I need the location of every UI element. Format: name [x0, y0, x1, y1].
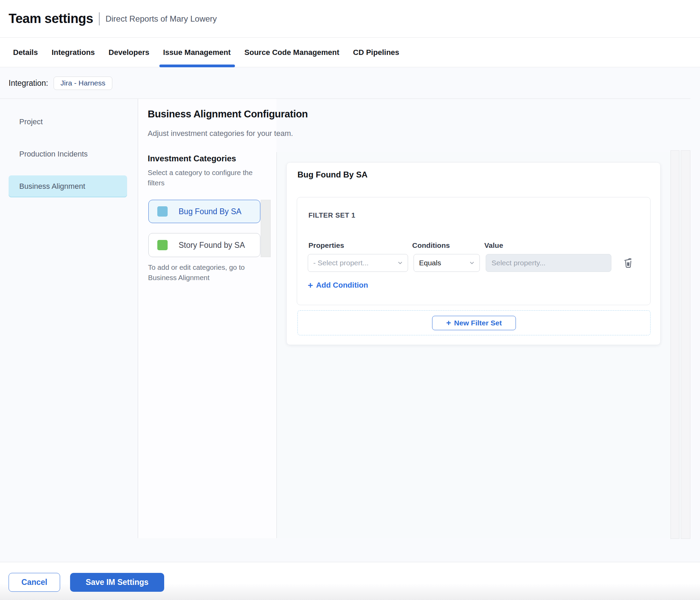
category-story-found-by-sa[interactable]: Story Found by SA — [148, 233, 260, 257]
column-header-properties: Properties — [308, 241, 344, 250]
tab-issue-management[interactable]: Issue Management — [163, 38, 231, 67]
content-area: Project Production Incidents Business Al… — [0, 99, 700, 562]
filter-set-box: FILTER SET 1 Properties Conditions Value… — [297, 197, 651, 305]
categories-divider — [276, 152, 277, 538]
value-input[interactable] — [486, 254, 611, 272]
section-subtitle: Adjust investment categories for your te… — [148, 129, 293, 138]
settings-tab-bar: Details Integrations Developers Issue Ma… — [0, 38, 700, 67]
chevron-down-icon — [397, 260, 403, 266]
title-separator — [99, 12, 100, 25]
conditions-select[interactable]: Equals — [414, 254, 480, 272]
integration-badge[interactable]: Jira - Harness — [54, 77, 112, 90]
integration-label: Integration: — [9, 79, 48, 88]
section-title: Business Alignment Configuration — [148, 108, 308, 120]
trash-icon — [622, 257, 634, 268]
chevron-down-icon — [469, 260, 475, 266]
save-im-settings-button[interactable]: Save IM Settings — [70, 573, 164, 592]
properties-select[interactable]: - Select propert... — [308, 254, 408, 272]
sidebar-item-project[interactable]: Project — [9, 111, 127, 133]
title-bar: Team settings Direct Reports of Mary Low… — [0, 0, 700, 38]
new-filter-set-dropzone: + New Filter Set — [297, 310, 651, 335]
category-list-scrollbar[interactable] — [261, 200, 271, 257]
page-subtitle: Direct Reports of Mary Lowery — [105, 14, 217, 24]
bug-category-swatch — [157, 206, 168, 217]
column-header-conditions: Conditions — [412, 241, 450, 250]
tab-source-code-management[interactable]: Source Code Management — [245, 38, 339, 67]
filter-set-title: FILTER SET 1 — [308, 211, 355, 219]
tab-cd-pipelines[interactable]: CD Pipelines — [353, 38, 399, 67]
investment-categories-section: Investment Categories Select a category … — [148, 154, 262, 188]
tab-developers[interactable]: Developers — [109, 38, 149, 67]
active-tab-underline — [159, 65, 235, 67]
page-title: Team settings — [9, 11, 93, 26]
integration-row: Integration: Jira - Harness — [0, 67, 700, 99]
category-config-card: Bug Found By SA FILTER SET 1 Properties … — [286, 162, 661, 345]
investment-categories-title: Investment Categories — [148, 154, 262, 163]
categories-note: To add or edit categories, go to Busines… — [148, 262, 258, 283]
panel-scrollbar-track[interactable] — [670, 150, 679, 539]
config-card-title: Bug Found By SA — [297, 170, 368, 180]
sidebar-item-production-incidents[interactable]: Production Incidents — [9, 143, 127, 165]
sidebar-item-business-alignment[interactable]: Business Alignment — [9, 175, 127, 197]
tab-integrations[interactable]: Integrations — [52, 38, 95, 67]
new-filter-set-button[interactable]: + New Filter Set — [432, 316, 516, 330]
category-bug-found-by-sa[interactable]: Bug Found By SA — [148, 200, 260, 223]
investment-categories-subtitle: Select a category to configure the filte… — [148, 168, 256, 188]
team-settings-page: Team settings Direct Reports of Mary Low… — [0, 0, 700, 600]
plus-icon: + — [446, 319, 451, 327]
tab-details[interactable]: Details — [13, 38, 38, 67]
sidebar-divider — [138, 99, 138, 538]
plus-icon: + — [308, 281, 313, 289]
page-scrollbar-track[interactable] — [681, 150, 690, 539]
column-header-value: Value — [484, 241, 503, 250]
add-condition-button[interactable]: + Add Condition — [308, 281, 368, 290]
story-category-swatch — [157, 240, 168, 250]
settings-side-nav: Project Production Incidents Business Al… — [9, 111, 127, 208]
delete-condition-button[interactable] — [622, 256, 635, 269]
cancel-button[interactable]: Cancel — [9, 573, 60, 592]
footer-action-bar: Cancel Save IM Settings — [0, 562, 700, 600]
